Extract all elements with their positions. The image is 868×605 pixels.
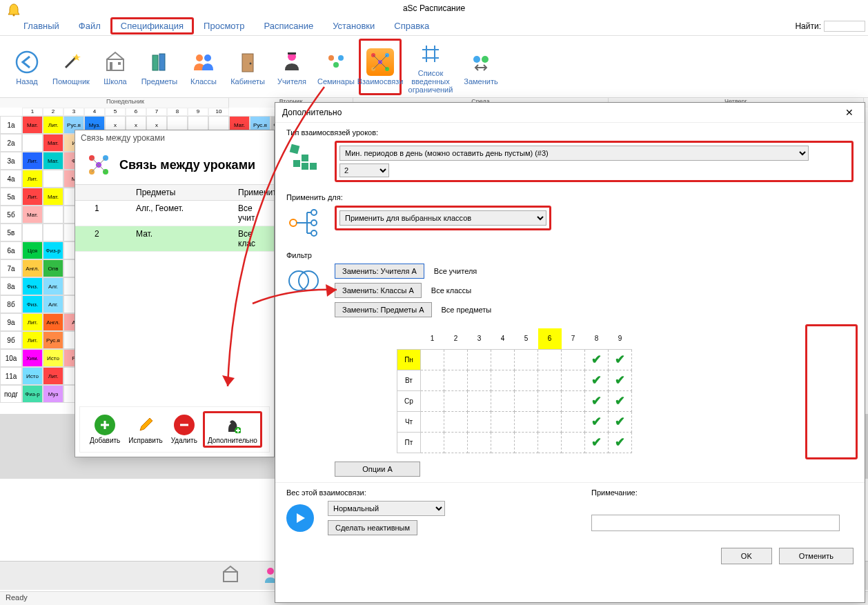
grid-cell[interactable]: ✔ — [585, 370, 609, 390]
grid-cell[interactable] — [468, 390, 491, 411]
grid-cell[interactable]: ✔ — [609, 411, 632, 432]
close-icon[interactable]: ✕ — [841, 107, 858, 118]
tree-icon — [286, 206, 321, 240]
find-input[interactable] — [824, 21, 865, 32]
menu-settings[interactable]: Установки — [323, 18, 384, 34]
grid-cell[interactable] — [562, 370, 585, 390]
grid-cell[interactable] — [444, 432, 468, 453]
ribbon-teacher[interactable]: Учителя — [270, 39, 313, 95]
make-inactive-button[interactable]: Сделать неактивным — [328, 520, 417, 535]
grid-cell[interactable] — [468, 349, 491, 370]
grid-cell[interactable] — [562, 432, 585, 453]
grid-cell[interactable] — [421, 349, 444, 370]
grid-cell[interactable] — [491, 432, 515, 453]
graph-icon — [86, 152, 111, 177]
grid-cell[interactable] — [468, 370, 491, 390]
note-input[interactable] — [591, 515, 840, 531]
grid-cell[interactable]: ✔ — [609, 390, 632, 411]
menu-timetable[interactable]: Расписание — [254, 18, 323, 34]
back-icon — [13, 48, 41, 76]
count-select[interactable]: 2 — [339, 163, 389, 177]
table-row[interactable]: 2 Мат. Все клас — [75, 226, 274, 252]
swap-icon — [467, 48, 495, 76]
grid-cell[interactable] — [421, 432, 444, 453]
grid-cell[interactable]: ✔ — [585, 390, 609, 411]
svg-line-24 — [373, 55, 380, 62]
ribbon-books[interactable]: Предметы — [138, 39, 181, 95]
grid-cell[interactable] — [515, 411, 538, 432]
grid-cell[interactable]: ✔ — [609, 370, 632, 390]
type-select[interactable]: Мин. периодов в день (можно оставить ден… — [339, 146, 809, 161]
filter-replace-button[interactable]: Заменить: Классы А — [335, 283, 422, 298]
filter-value: Все классы — [431, 286, 471, 295]
grid-cell[interactable]: ✔ — [609, 432, 632, 453]
grid-cell[interactable]: ✔ — [585, 411, 609, 432]
filter-replace-button[interactable]: Заменить: Предметы А — [335, 302, 432, 317]
period-grid[interactable]: 123456789Пн✔✔Вт✔✔Ср✔✔Чт✔✔Пт✔✔ — [397, 328, 632, 453]
ribbon-hash[interactable]: Список введенных ограничений — [403, 39, 458, 95]
toolbar-minus-button[interactable]: Удалить — [168, 413, 200, 446]
school-icon[interactable] — [221, 565, 240, 586]
toolbar-knight-button[interactable]: Дополнительно — [203, 411, 262, 448]
menu-specification[interactable]: Спецификация — [110, 17, 194, 34]
svg-rect-3 — [107, 59, 124, 70]
grid-cell[interactable] — [538, 390, 562, 411]
grid-cell[interactable] — [538, 370, 562, 390]
toolbar-plus-button[interactable]: Добавить — [87, 413, 123, 446]
teacher-icon — [278, 48, 306, 76]
grid-cell[interactable]: ✔ — [585, 349, 609, 370]
ribbon-school[interactable]: Школа — [94, 39, 137, 95]
cancel-button[interactable]: Отменить — [779, 548, 854, 564]
weight-select[interactable]: Нормальный — [328, 501, 445, 516]
ribbon-swap[interactable]: Заменить — [460, 39, 502, 95]
options-button[interactable]: Опции А — [335, 462, 420, 477]
grid-cell[interactable] — [421, 390, 444, 411]
grid-cell[interactable] — [562, 411, 585, 432]
wand-icon — [57, 48, 85, 76]
menu-main[interactable]: Главный — [14, 18, 69, 34]
grid-cell[interactable] — [515, 349, 538, 370]
grid-cell[interactable] — [421, 411, 444, 432]
grid-cell[interactable]: ✔ — [585, 432, 609, 453]
pencil-icon — [135, 415, 156, 435]
grid-cell[interactable] — [468, 411, 491, 432]
filter-replace-button[interactable]: Заменить: Учителя А — [335, 264, 424, 279]
svg-rect-44 — [302, 155, 308, 161]
ribbon-group[interactable]: Семинары — [315, 39, 357, 95]
grid-cell[interactable] — [421, 370, 444, 390]
grid-cell[interactable] — [538, 411, 562, 432]
grid-cell[interactable] — [562, 390, 585, 411]
apply-select[interactable]: Применить для выбранных классов — [339, 210, 546, 226]
grid-cell[interactable] — [444, 390, 468, 411]
knight-icon — [222, 415, 243, 435]
ribbon-wand[interactable]: Помощник — [50, 39, 92, 95]
ribbon-back[interactable]: Назад — [6, 39, 48, 95]
svg-point-11 — [250, 62, 252, 64]
grid-cell[interactable] — [515, 432, 538, 453]
ribbon-people[interactable]: Классы — [182, 39, 225, 95]
ribbon-door[interactable]: Кабинеты — [226, 39, 269, 95]
grid-cell[interactable] — [468, 432, 491, 453]
grid-cell[interactable] — [491, 349, 515, 370]
grid-cell[interactable] — [444, 411, 468, 432]
menu-file[interactable]: Файл — [69, 18, 110, 34]
toolbar-pencil-button[interactable]: Исправить — [126, 413, 165, 446]
grid-cell[interactable] — [562, 349, 585, 370]
ok-button[interactable]: OK — [721, 548, 772, 564]
grid-cell[interactable] — [491, 370, 515, 390]
grid-cell[interactable] — [515, 390, 538, 411]
svg-point-1 — [17, 52, 37, 72]
grid-cell[interactable] — [515, 370, 538, 390]
table-row[interactable]: 1 Алг., Геомет. Все учит — [75, 201, 274, 226]
grid-cell[interactable]: ✔ — [609, 349, 632, 370]
ribbon-graph[interactable]: Взаимосвязи — [359, 39, 402, 95]
grid-cell[interactable] — [444, 349, 468, 370]
menu-view[interactable]: Просмотр — [194, 18, 254, 34]
venn-icon — [286, 264, 321, 298]
grid-cell[interactable] — [491, 411, 515, 432]
menu-help[interactable]: Справка — [384, 18, 439, 34]
grid-cell[interactable] — [444, 370, 468, 390]
grid-cell[interactable] — [538, 349, 562, 370]
grid-cell[interactable] — [538, 432, 562, 453]
grid-cell[interactable] — [491, 390, 515, 411]
